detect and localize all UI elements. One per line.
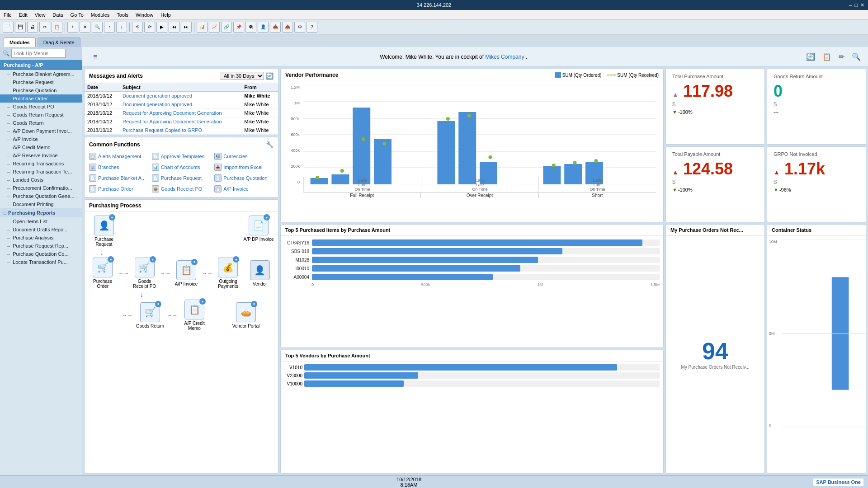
cf-purchase-quotation[interactable]: 📄 Purchase Quotation <box>214 174 274 183</box>
cf-import-excel[interactable]: 📥 Import from Excel <box>214 163 274 172</box>
toolbar-btn-17[interactable]: 📈 <box>209 22 220 33</box>
process-node-vendor[interactable]: 👤 Vendor <box>245 260 274 286</box>
sidebar-item-purchase-order[interactable]: –Purchase Order <box>0 94 82 103</box>
sidebar-item-purchase-quotation-gen[interactable]: –Purchase Quotation Gene... <box>0 192 82 200</box>
msg-link-4[interactable]: Request for Approving Document Generatio… <box>123 119 222 124</box>
toolbar-btn-9[interactable]: ↑ <box>104 22 115 33</box>
refresh-icon[interactable]: 🔄 <box>806 52 815 61</box>
sidebar-section-header[interactable]: Purchasing - A/P <box>0 60 82 70</box>
menu-goto[interactable]: Go To <box>71 12 84 18</box>
cf-purchase-request[interactable]: 📄 Purchase Request <box>152 174 211 183</box>
tab-drag-relate[interactable]: Drag & Relate <box>38 38 80 47</box>
cf-approval-templates[interactable]: 📄 Approval Templates <box>152 152 211 161</box>
sidebar-item-locate-transaction[interactable]: –Locate Transaction! Pu... <box>0 258 82 266</box>
hamburger-icon[interactable]: ≡ <box>90 53 101 61</box>
toolbar-btn-1[interactable]: 📄 <box>3 22 14 33</box>
process-node-pie-chart[interactable]: 🥧 ● Vendor Portal <box>230 302 262 328</box>
toolbar-btn-16[interactable]: 📊 <box>197 22 208 33</box>
toolbar-btn-14[interactable]: ⏮ <box>169 22 179 33</box>
toolbar-btn-7[interactable]: ✕ <box>80 22 90 33</box>
search-input[interactable] <box>11 49 66 58</box>
sidebar-item-goods-return-request[interactable]: –Goods Return Request <box>0 111 82 119</box>
cf-settings-icon[interactable]: 🔧 <box>266 141 274 148</box>
process-node-outgoing-payments[interactable]: 💰 ● Outgoing Payments <box>213 258 242 289</box>
sidebar-item-document-printing[interactable]: –Document Printing <box>0 200 82 208</box>
sidebar-item-ap-credit-memo[interactable]: –A/P Credit Memo <box>0 143 82 151</box>
sidebar-item-purchase-request[interactable]: –Purchase Request <box>0 78 82 86</box>
sidebar-item-open-items[interactable]: –Open Items List <box>0 217 82 225</box>
sidebar-item-goods-return[interactable]: –Goods Return <box>0 119 82 127</box>
sidebar-item-doc-drafts[interactable]: –Document Drafts Repo... <box>0 225 82 234</box>
messages-refresh-icon[interactable]: 🔄 <box>266 72 274 80</box>
menu-data[interactable]: Data <box>52 12 63 18</box>
sidebar-reports-header[interactable]: □ Purchasing Reports <box>0 208 82 217</box>
toolbar-btn-4[interactable]: ✂ <box>39 22 50 33</box>
process-node-goods-return[interactable]: 🛒 ● Goods Return <box>134 302 166 328</box>
toolbar-btn-20[interactable]: 🛠 <box>245 22 256 33</box>
toolbar-btn-19[interactable]: 📌 <box>233 22 244 33</box>
restore-btn[interactable]: □ <box>854 2 858 8</box>
toolbar-btn-21[interactable]: 👤 <box>258 22 269 33</box>
msg-link-5[interactable]: Purchase Request Copied to GRPO <box>123 127 202 133</box>
toolbar-btn-13[interactable]: ▶ <box>156 22 167 33</box>
cf-ap-invoice[interactable]: 📋 A/P Invoice <box>214 184 274 193</box>
sidebar-item-ap-invoice[interactable]: –A/P Invoice <box>0 135 82 143</box>
company-link[interactable]: Mikes Company <box>485 54 524 60</box>
process-node-purchase-request[interactable]: 👤 ● Purchase Request <box>88 216 120 247</box>
toolbar-btn-12[interactable]: ⟳ <box>144 22 155 33</box>
cf-chart-of-accounts[interactable]: 📊 Chart of Accounts <box>152 163 211 172</box>
sidebar-item-recurring-transactions[interactable]: –Recurring Transactions <box>0 160 82 168</box>
sidebar-item-purchase-request-rep[interactable]: –Purchase Request Rep... <box>0 242 82 250</box>
close-btn[interactable]: ✕ <box>860 2 864 8</box>
toolbar-btn-10[interactable]: ↓ <box>116 22 127 33</box>
sidebar-item-procurement[interactable]: –Procurement Confirmatio... <box>0 184 82 192</box>
process-node-goods-receipt[interactable]: 🛒 ● Goods Receipt PO <box>130 258 159 289</box>
cf-purchase-blanket[interactable]: 📄 Purchase Blanket A... <box>89 174 148 183</box>
cf-currencies[interactable]: 💱 Currencies <box>214 152 274 161</box>
toolbar-btn-15[interactable]: ⏭ <box>181 22 192 33</box>
edit-icon[interactable]: ✏ <box>839 52 844 61</box>
cf-branches[interactable]: 🏢 Branches <box>89 163 148 172</box>
sidebar-item-purchase-analysis[interactable]: –Purchase Analysis <box>0 234 82 242</box>
cockpit-icon[interactable]: 📋 <box>822 52 831 61</box>
menu-help[interactable]: Help <box>160 12 171 18</box>
sidebar-item-goods-receipt-po[interactable]: –Goods Receipt PO <box>0 103 82 111</box>
search-header-icon[interactable]: 🔍 <box>852 52 861 61</box>
cf-purchase-order[interactable]: 📄 Purchase Order <box>89 184 148 193</box>
menu-tools[interactable]: Tools <box>117 12 128 18</box>
cf-alerts-management[interactable]: 📋 Alerts Management <box>89 152 148 161</box>
sidebar-item-ap-reserve-invoice[interactable]: –A/P Reserve Invoice <box>0 151 82 160</box>
toolbar-btn-2[interactable]: 💾 <box>15 22 26 33</box>
toolbar-btn-3[interactable]: 🖨 <box>27 22 38 33</box>
toolbar-btn-22[interactable]: 📥 <box>270 22 281 33</box>
toolbar-btn-11[interactable]: ⟲ <box>132 22 143 33</box>
sidebar-item-purchase-quotation[interactable]: –Purchase Quotation <box>0 86 82 94</box>
menu-view[interactable]: View <box>35 12 46 18</box>
menu-edit[interactable]: Edit <box>19 12 28 18</box>
menu-file[interactable]: File <box>4 12 12 18</box>
menu-modules[interactable]: Modules <box>91 12 110 18</box>
toolbar-btn-25[interactable]: ? <box>307 22 317 33</box>
toolbar-btn-8[interactable]: 🔍 <box>92 22 103 33</box>
process-node-ap-invoice[interactable]: 📋 ● A/P Invoice <box>172 260 201 286</box>
sidebar-item-purchase-quotation-co[interactable]: –Purchase Quotation Co... <box>0 250 82 258</box>
menu-window[interactable]: Window <box>136 12 153 18</box>
sidebar-item-landed-costs[interactable]: –Landed Costs <box>0 176 82 184</box>
msg-link-1[interactable]: Document generation approved <box>123 93 192 99</box>
sidebar-item-purchase-blanket[interactable]: –Purchase Blanket Agreem... <box>0 70 82 78</box>
minimize-btn[interactable]: – <box>849 2 852 8</box>
tab-modules[interactable]: Modules <box>4 38 36 47</box>
toolbar-btn-5[interactable]: 📋 <box>52 22 62 33</box>
sidebar-item-recurring-transaction-te[interactable]: –Recurring Transaction Te... <box>0 168 82 176</box>
process-node-ap-dp-invoice[interactable]: 📄 ● A/P DP Invoice <box>243 216 274 242</box>
process-node-ap-credit[interactable]: 📋 ● A/P Credit Memo <box>179 300 210 331</box>
messages-filter-select[interactable]: All in 30 Days <box>220 72 264 80</box>
cf-goods-receipt-po[interactable]: 📦 Goods Receipt PO <box>152 184 211 193</box>
toolbar-btn-24[interactable]: ⚙ <box>294 22 305 33</box>
toolbar-btn-18[interactable]: 🔗 <box>221 22 232 33</box>
msg-link-3[interactable]: Request for Approving Document Generatio… <box>123 110 222 116</box>
msg-link-2[interactable]: Document generation approved <box>123 102 192 107</box>
toolbar-btn-23[interactable]: 📤 <box>282 22 293 33</box>
sidebar-item-ap-down-payment[interactable]: –A/P Down Payment Invoi... <box>0 127 82 135</box>
toolbar-btn-6[interactable]: + <box>67 22 78 33</box>
